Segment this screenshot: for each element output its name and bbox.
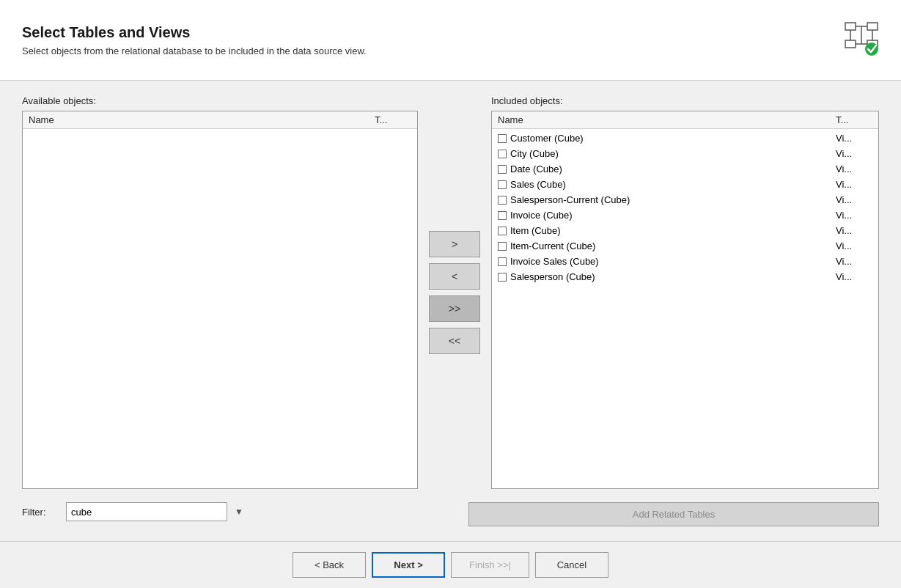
- item-checkbox[interactable]: [498, 227, 507, 235]
- header-text: Select Tables and Views Select objects f…: [22, 24, 367, 56]
- list-item[interactable]: Salesperson (Cube)Vi...: [492, 269, 878, 284]
- item-type: Vi...: [836, 271, 872, 282]
- item-type: Vi...: [836, 148, 872, 159]
- item-checkbox[interactable]: [498, 242, 507, 251]
- available-items-container: [23, 129, 417, 132]
- item-type: Vi...: [836, 225, 872, 236]
- svg-point-9: [865, 43, 878, 56]
- main-content: Available objects: Name T... > < >> <<: [0, 81, 901, 541]
- cancel-button[interactable]: Cancel: [535, 552, 608, 578]
- item-name: Invoice (Cube): [510, 210, 836, 221]
- finish-button[interactable]: Finish >>|: [451, 552, 529, 578]
- item-type: Vi...: [836, 240, 872, 251]
- included-objects-list[interactable]: Name T... Customer (Cube)Vi...City (Cube…: [491, 111, 879, 489]
- filter-label: Filter:: [22, 507, 59, 518]
- svg-rect-1: [867, 23, 878, 30]
- database-icon: [844, 21, 879, 59]
- list-item[interactable]: City (Cube)Vi...: [492, 146, 878, 161]
- item-checkbox[interactable]: [498, 165, 507, 174]
- footer: < Back Next > Finish >>| Cancel: [0, 541, 901, 588]
- included-objects-label: Included objects:: [491, 95, 879, 106]
- svg-rect-0: [845, 23, 856, 30]
- add-related-tables-button[interactable]: Add Related Tables: [468, 502, 879, 526]
- list-item[interactable]: Date (Cube)Vi...: [492, 161, 878, 177]
- transfer-buttons: > < >> <<: [418, 95, 491, 489]
- item-name: Customer (Cube): [510, 133, 836, 144]
- list-item[interactable]: Salesperson-Current (Cube)Vi...: [492, 192, 878, 207]
- included-objects-panel: Included objects: Name T... Customer (Cu…: [491, 95, 879, 489]
- header-subtitle: Select objects from the relational datab…: [22, 45, 367, 56]
- remove-one-button[interactable]: <: [429, 263, 480, 290]
- item-type: Vi...: [836, 256, 872, 267]
- item-checkbox[interactable]: [498, 273, 507, 282]
- item-checkbox[interactable]: [498, 196, 507, 205]
- item-checkbox[interactable]: [498, 257, 507, 266]
- item-checkbox[interactable]: [498, 211, 507, 220]
- included-items-container: Customer (Cube)Vi...City (Cube)Vi...Date…: [492, 129, 878, 286]
- available-objects-label: Available objects:: [22, 95, 418, 106]
- item-checkbox[interactable]: [498, 180, 507, 189]
- item-checkbox[interactable]: [498, 134, 507, 143]
- item-name: Salesperson (Cube): [510, 271, 836, 282]
- item-name: Item-Current (Cube): [510, 240, 836, 251]
- list-item[interactable]: Sales (Cube)Vi...: [492, 177, 878, 192]
- item-checkbox[interactable]: [498, 150, 507, 158]
- header-title: Select Tables and Views: [22, 24, 367, 41]
- item-type: Vi...: [836, 133, 872, 144]
- item-name: Sales (Cube): [510, 179, 836, 190]
- add-one-button[interactable]: >: [429, 231, 480, 257]
- list-item[interactable]: Item-Current (Cube)Vi...: [492, 238, 878, 254]
- filter-funnel-icon[interactable]: ▼: [235, 507, 243, 517]
- included-col-name: Name: [498, 114, 836, 125]
- content-panels: Available objects: Name T... > < >> <<: [22, 95, 879, 489]
- available-objects-panel: Available objects: Name T...: [22, 95, 418, 489]
- item-name: Item (Cube): [510, 225, 836, 236]
- item-name: City (Cube): [510, 148, 836, 159]
- svg-rect-2: [845, 40, 856, 48]
- list-item[interactable]: Invoice (Cube)Vi...: [492, 207, 878, 223]
- item-name: Invoice Sales (Cube): [510, 256, 836, 267]
- item-type: Vi...: [836, 179, 872, 190]
- available-objects-list[interactable]: Name T...: [22, 111, 418, 489]
- remove-all-button[interactable]: <<: [429, 328, 480, 354]
- item-type: Vi...: [836, 194, 872, 205]
- filter-input[interactable]: [66, 502, 227, 521]
- list-item[interactable]: Customer (Cube)Vi...: [492, 131, 878, 146]
- list-item[interactable]: Item (Cube)Vi...: [492, 223, 878, 238]
- dialog: Select Tables and Views Select objects f…: [0, 0, 901, 588]
- available-objects-header: Name T...: [23, 111, 417, 129]
- item-name: Salesperson-Current (Cube): [510, 194, 836, 205]
- item-name: Date (Cube): [510, 163, 836, 174]
- included-col-type: T...: [836, 114, 872, 125]
- available-col-name: Name: [29, 114, 375, 125]
- list-item[interactable]: Invoice Sales (Cube)Vi...: [492, 254, 878, 269]
- header: Select Tables and Views Select objects f…: [0, 0, 901, 81]
- included-objects-header: Name T...: [492, 111, 878, 129]
- next-button[interactable]: Next >: [372, 552, 445, 578]
- available-col-type: T...: [375, 114, 411, 125]
- add-all-button[interactable]: >>: [429, 295, 480, 322]
- bottom-section: Filter: ▼ Add Related Tables: [22, 495, 879, 526]
- back-button[interactable]: < Back: [293, 552, 366, 578]
- item-type: Vi...: [836, 210, 872, 221]
- item-type: Vi...: [836, 163, 872, 174]
- filter-row: Filter: ▼: [22, 502, 399, 521]
